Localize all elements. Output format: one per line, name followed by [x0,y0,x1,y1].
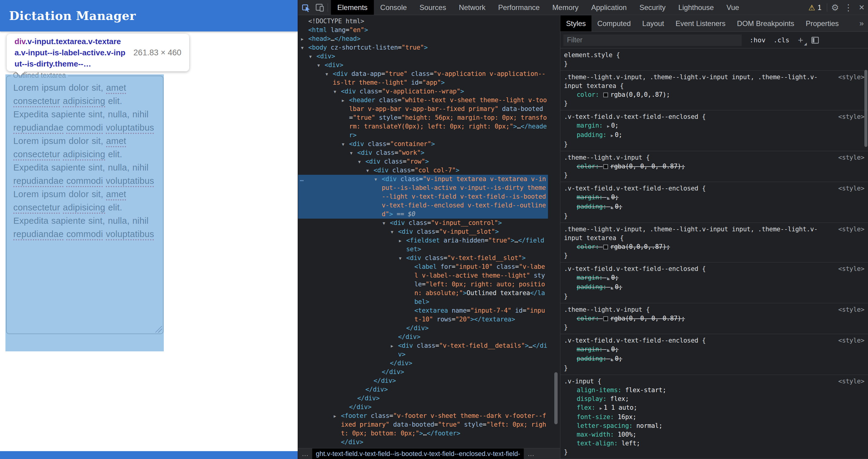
collapse-arrow-icon[interactable]: ▼ [358,157,361,166]
tab-sources[interactable]: Sources [413,0,453,15]
stylesheet-link[interactable]: <style> [838,336,864,345]
rule-selector[interactable]: .theme--light.v-input { [564,153,838,162]
sidebar-tab-layout[interactable]: Layout [637,16,670,31]
breadcrumb-overflow-right[interactable]: … [524,450,538,458]
dom-tree-row[interactable]: ▼<div> [298,52,548,61]
stylesheet-link[interactable]: <style> [838,184,864,193]
stylesheet-link[interactable]: <style> [838,113,864,121]
device-toolbar-icon[interactable] [313,1,327,13]
dom-tree-row[interactable]: </div> [298,385,548,394]
dom-tree-row[interactable]: </div> [298,368,548,376]
toggle-element-classes[interactable]: .cls [773,36,789,44]
color-swatch[interactable] [603,93,608,97]
rule-selector[interactable]: .v-input { [564,377,838,386]
tab-performance[interactable]: Performance [492,0,546,15]
dom-tree-row[interactable]: ▶<head>…</head> [298,34,548,43]
dom-tree-row[interactable]: ▶<header class="white--text v-sheet them… [298,96,548,140]
rule-selector[interactable]: .v-text-field.v-text-field--enclosed { [564,265,838,273]
css-property[interactable]: letter-spacing: normal; [564,422,864,430]
dom-tree-row[interactable]: ▼<div class="v-input__slot"> [298,227,548,236]
settings-gear-icon[interactable]: ⚙ [829,0,842,15]
dom-tree-row[interactable]: <textarea name="input-7-4" id="input-10"… [298,306,548,324]
dom-tree-row[interactable]: <!DOCTYPE html> [298,17,548,26]
rule-selector[interactable]: .theme--light.v-input { [564,305,838,314]
issues-badge[interactable]: ⚠ 1 [808,3,826,12]
sidebar-layout-toggle-icon[interactable] [811,36,819,44]
css-property[interactable]: color: rgba(0,0,0,.87); [564,243,864,251]
collapse-arrow-icon[interactable]: ▼ [374,175,377,184]
collapse-arrow-icon[interactable]: ▼ [399,254,401,263]
dom-tree-row[interactable]: ▼<div class="v-text-field__slot"> [298,254,548,263]
css-property[interactable]: margin: ▶0; [564,121,864,131]
css-property[interactable]: padding: ▶0; [564,355,864,364]
expand-arrow-icon[interactable]: ▶ [391,342,393,350]
stylesheet-link[interactable]: <style> [838,225,864,243]
css-property[interactable]: margin: ▶0; [564,345,864,355]
dom-tree-row[interactable]: ▼<div class="v-application--wrap"> [298,87,548,96]
collapse-arrow-icon[interactable]: ▼ [391,228,393,237]
css-property[interactable]: flex: ▶1 1 auto; [564,403,864,413]
dom-tree-row[interactable]: ▼<div class="row"> [298,157,548,166]
dom-tree-row[interactable]: ▼<body cz-shortcut-listen="true"> [298,43,548,52]
dom-tree-row[interactable]: ▼<div> [298,61,548,69]
dom-tree-row[interactable]: ▼<div class="v-input__control"> [298,219,548,227]
collapse-arrow-icon[interactable]: ▼ [317,61,320,70]
rule-selector[interactable]: .v-text-field.v-text-field--enclosed { [564,113,838,121]
color-swatch[interactable] [603,164,608,169]
dom-tree-row[interactable]: </div> [298,438,548,447]
expand-arrow-icon[interactable]: ▶ [342,96,344,105]
elements-scrollbar[interactable] [554,372,558,424]
stylesheet-link[interactable]: <style> [838,377,864,386]
css-property[interactable]: color: rgba(0, 0, 0, 0.87); [564,314,864,323]
tab-elements[interactable]: Elements [331,0,374,15]
dom-tree-row[interactable]: ▶<fieldset aria-hidden="true">…</fieldse… [298,236,548,254]
css-property[interactable]: color: rgba(0,0,0,.87); [564,90,864,99]
collapse-arrow-icon[interactable]: ▼ [326,70,328,79]
dom-tree-row[interactable]: <html lang="en"> [298,26,548,34]
sidebar-tab-dom-breakpoints[interactable]: DOM Breakpoints [732,16,800,31]
tab-lighthouse[interactable]: Lighthouse [672,0,720,15]
css-property[interactable]: color: rgba(0, 0, 0, 0.87); [564,162,864,171]
collapse-arrow-icon[interactable]: ▼ [342,140,344,149]
tab-network[interactable]: Network [453,0,492,15]
css-property[interactable]: padding: ▶0; [564,202,864,212]
stylesheet-link[interactable]: <style> [838,153,864,162]
collapse-arrow-icon[interactable]: ▼ [309,52,312,61]
toggle-hover-state[interactable]: :hov [749,36,766,44]
dom-tree-row[interactable]: </div> [298,324,548,333]
collapse-arrow-icon[interactable]: ▼ [350,149,352,157]
sidebar-tab-styles[interactable]: Styles [560,16,591,31]
css-property[interactable]: display: flex; [564,395,864,403]
dom-tree-row[interactable]: ▶<footer class="v-footer v-sheet theme--… [298,411,548,438]
dom-tree-row[interactable]: </div> [298,333,548,341]
dom-tree-row[interactable]: </div> [298,394,548,403]
color-swatch[interactable] [603,316,608,321]
color-swatch[interactable] [603,245,608,249]
tab-security[interactable]: Security [633,0,672,15]
css-property[interactable]: padding: ▶0; [564,283,864,292]
dom-tree-row[interactable]: </div> [298,403,548,411]
dom-tree-row[interactable]: ▼<div data-app="true" class="v-applicati… [298,69,548,87]
breadcrumb-selected[interactable]: ght.v-text-field.v-text-field--is-booted… [312,449,524,459]
dom-tree-row[interactable]: </div> [298,376,548,385]
expand-arrow-icon[interactable]: ▶ [399,237,401,245]
css-property[interactable]: font-size: 16px; [564,413,864,422]
tab-console[interactable]: Console [374,0,413,15]
dom-tree-row[interactable]: …▼<div class="v-input textarea v-textare… [298,175,548,219]
css-property[interactable]: text-align: left; [564,439,864,448]
breadcrumb-overflow-left[interactable]: … [298,450,312,458]
css-property[interactable]: margin: ▶0; [564,193,864,202]
collapse-arrow-icon[interactable]: ▼ [301,43,304,52]
sidebar-tab-event-listeners[interactable]: Event Listeners [670,16,731,31]
rule-selector[interactable]: .v-text-field.v-text-field--enclosed { [564,336,838,345]
stylesheet-link[interactable]: <style> [838,73,864,90]
dom-tree-row[interactable]: ▼<div class="container"> [298,140,548,149]
styles-filter-input[interactable] [563,34,742,46]
stylesheet-link[interactable]: <style> [838,265,864,273]
kebab-menu-icon[interactable]: ⋮ [842,0,855,15]
sidebar-more-tabs-icon[interactable]: » [855,16,868,31]
dom-tree-row[interactable]: <label for="input-10" class="v-label v-l… [298,263,548,306]
css-property[interactable]: max-width: 100%; [564,430,864,439]
collapse-arrow-icon[interactable]: ▼ [383,219,385,228]
styles-scrollbar[interactable] [864,70,867,147]
